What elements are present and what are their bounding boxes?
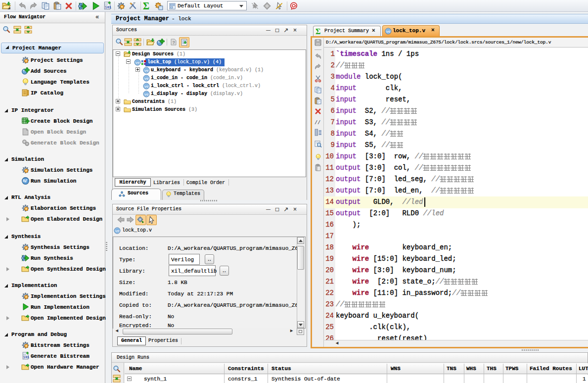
svg-text:Σ: Σ	[316, 27, 320, 36]
